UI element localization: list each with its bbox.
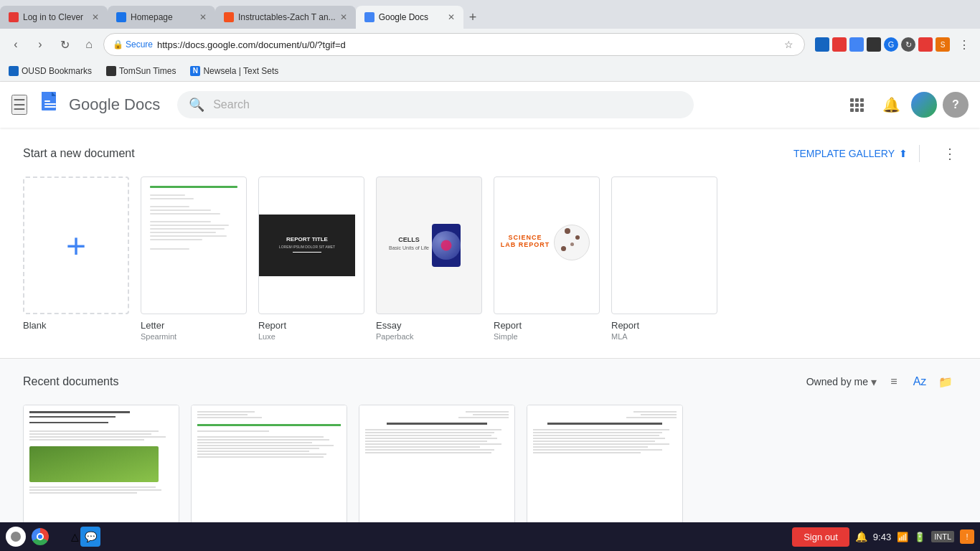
address-icons: ☆ [784, 39, 796, 50]
recent-section-title: Recent documents [23, 375, 118, 388]
ext-icon-7[interactable] [918, 37, 933, 52]
divider [919, 145, 920, 162]
back-button[interactable]: ‹ [6, 34, 26, 55]
search-input[interactable]: Search [213, 98, 682, 111]
bookmark-label-newsela: Newsela | Text Sets [203, 66, 278, 76]
url-text: https://docs.google.com/document/u/0/?tg… [157, 39, 778, 50]
template-essay[interactable]: CELLS Basic Units of Life Essay Paperbac… [376, 176, 482, 341]
tab-favicon-instructables [224, 12, 234, 22]
plus-icon: + [66, 226, 86, 265]
template-report-simple[interactable]: SCIENCE LAB REPORT [494, 176, 600, 341]
drive-button[interactable]: △ [55, 525, 77, 548]
browser-extensions: G ↻ S [815, 37, 950, 52]
tab-homepage[interactable]: Homepage ✕ [108, 6, 215, 29]
account-avatar[interactable] [911, 92, 937, 118]
tab-instructables[interactable]: Instructables-Zach T an... ✕ [215, 6, 356, 29]
template-name-report-luxe: Report [258, 320, 364, 331]
messages-button[interactable]: 💬 [80, 527, 100, 547]
ext-icon-1[interactable] [815, 37, 829, 52]
search-bar[interactable]: 🔍 Search [177, 91, 694, 118]
help-button[interactable]: ? [943, 92, 969, 118]
sign-out-button[interactable]: Sign out [792, 527, 849, 547]
tab-favicon-gdocs [364, 12, 374, 22]
home-button[interactable]: ⌂ [79, 34, 99, 55]
template-subname-report-luxe: Luxe [258, 332, 364, 341]
sort-button[interactable]: Az [908, 370, 931, 393]
template-report-mla[interactable]: Report MLA [611, 176, 717, 341]
tab-bar: Log in to Clever ✕ Homepage ✕ Instructab… [0, 0, 980, 29]
browser-controls: ‹ › ↻ ⌂ 🔒 Secure https://docs.google.com… [0, 29, 980, 60]
grid-apps-button[interactable] [842, 90, 871, 119]
template-thumb-essay: CELLS Basic Units of Life [376, 176, 482, 314]
secure-badge: 🔒 Secure [113, 39, 153, 50]
address-bar[interactable]: 🔒 Secure https://docs.google.com/documen… [103, 33, 805, 56]
template-thumb-report-simple: SCIENCE LAB REPORT [494, 176, 600, 314]
docs-logo-icon [36, 90, 65, 119]
bookmark-favicon-newsela: N [190, 66, 200, 76]
template-subname-report-mla: MLA [611, 332, 717, 341]
browser-frame: Log in to Clever ✕ Homepage ✕ Instructab… [0, 0, 980, 82]
tab-gdocs[interactable]: Google Docs ✕ [356, 6, 463, 29]
list-view-button[interactable]: ≡ [882, 370, 905, 393]
bookmark-label-tomsun: TomSun Times [119, 66, 176, 76]
taskbar-extra-icon[interactable]: ! [960, 529, 974, 544]
start-button[interactable] [6, 527, 26, 547]
tab-close-clever[interactable]: ✕ [92, 12, 99, 22]
ext-icon-4[interactable] [867, 37, 881, 52]
taskbar-right: Sign out 🔔 9:43 📶 🔋 INTL ! [792, 527, 974, 547]
ext-icon-8[interactable]: S [936, 37, 950, 52]
template-gallery-button[interactable]: TEMPLATE GALLERY ⬆ [793, 148, 908, 159]
recent-header: Recent documents Owned by me ▾ ≡ Az 📁 [23, 370, 957, 393]
template-letter[interactable]: Letter Spearmint [141, 176, 247, 341]
template-blank[interactable]: + Blank [23, 176, 129, 341]
doc-preview-4 [527, 405, 682, 534]
template-name-report-simple: Report [494, 320, 600, 331]
svg-rect-5 [44, 100, 50, 102]
bookmarks-bar: OUSD Bookmarks TomSun Times N Newsela | … [0, 60, 980, 82]
template-subname-letter: Spearmint [141, 332, 247, 341]
chrome-button[interactable] [29, 525, 52, 548]
tab-label-clever: Log in to Clever [23, 12, 88, 22]
owned-by-label: Owned by me [806, 376, 868, 387]
owned-by-filter[interactable]: Owned by me ▾ [806, 375, 877, 389]
template-report-luxe[interactable]: REPORT TITLE LOREM IPSUM DOLOR SIT AMET … [258, 176, 364, 341]
template-subname-essay: Paperback [376, 332, 482, 341]
docs-logo[interactable]: Google Docs [36, 90, 160, 119]
tab-clever[interactable]: Log in to Clever ✕ [0, 6, 108, 29]
menu-button[interactable]: ⋮ [954, 34, 974, 55]
docs-logo-text: Google Docs [69, 95, 160, 114]
hamburger-menu[interactable]: ☰ [11, 95, 27, 115]
reload-button[interactable]: ↻ [55, 34, 75, 55]
docs-header: ☰ Google Docs 🔍 Search 🔔 [0, 82, 980, 128]
ext-icon-5[interactable]: G [884, 37, 898, 52]
template-name-letter: Letter [141, 320, 247, 331]
taskbar-notification-icon[interactable]: 🔔 [855, 531, 867, 542]
tab-close-instructables[interactable]: ✕ [340, 12, 347, 22]
notifications-button[interactable]: 🔔 [877, 90, 905, 119]
bookmark-ousd[interactable]: OUSD Bookmarks [6, 65, 95, 77]
bookmark-newsela[interactable]: N Newsela | Text Sets [187, 65, 281, 77]
template-thumb-blank: + [23, 176, 129, 314]
doc-preview-1 [24, 405, 179, 534]
intl-label: INTL [931, 531, 954, 542]
bookmark-star-icon[interactable]: ☆ [784, 39, 796, 50]
tab-label-homepage: Homepage [131, 12, 195, 22]
tab-favicon-clever [9, 12, 19, 22]
templates-grid: + Blank [23, 176, 957, 341]
lock-icon: 🔒 [113, 39, 123, 50]
folder-view-button[interactable]: 📁 [934, 370, 957, 393]
ext-icon-6[interactable]: ↻ [901, 37, 915, 52]
ext-icon-2[interactable] [832, 37, 847, 52]
tab-label-instructables: Instructables-Zach T an... [238, 12, 336, 22]
tab-close-gdocs[interactable]: ✕ [448, 12, 455, 22]
template-thumb-report-mla [611, 176, 717, 314]
new-tab-button[interactable]: + [463, 10, 483, 25]
tab-favicon-homepage [116, 12, 126, 22]
bookmark-tomsun[interactable]: TomSun Times [103, 65, 179, 77]
forward-button[interactable]: › [30, 34, 50, 55]
template-thumb-report-luxe: REPORT TITLE LOREM IPSUM DOLOR SIT AMET [258, 176, 364, 314]
taskbar: △ 💬 Sign out 🔔 9:43 📶 🔋 INTL ! [0, 522, 980, 551]
template-more-icon[interactable]: ⋮ [943, 145, 957, 162]
tab-close-homepage[interactable]: ✕ [199, 12, 207, 22]
ext-icon-3[interactable] [849, 37, 864, 52]
